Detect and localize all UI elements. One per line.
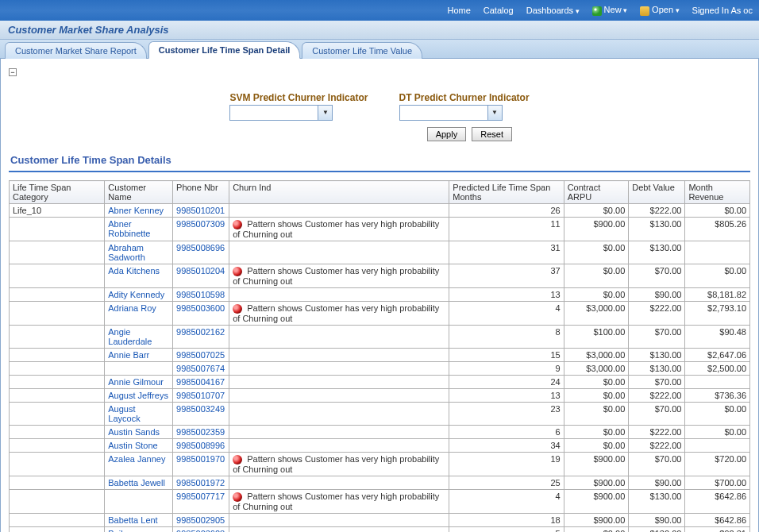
cell-phone[interactable]: 9985008696 — [173, 241, 229, 264]
page-title: Customer Market Share Analysis — [8, 24, 169, 36]
nav-home[interactable]: Home — [447, 6, 470, 15]
col-header[interactable]: Predicted Life Time Span Months — [449, 181, 564, 204]
filter-svm-select[interactable]: ▼ — [229, 105, 333, 121]
table-row: Annie Gilmour998500416724$0.00$70.00 — [10, 376, 750, 389]
col-header[interactable]: Life Time Span Category — [10, 181, 105, 204]
col-header[interactable]: Customer Name — [105, 181, 173, 204]
cell-phone[interactable]: 9985010204 — [173, 264, 229, 288]
cell-customer-name — [105, 362, 173, 376]
cell-revenue — [685, 241, 750, 264]
cell-arpu: $3,000.00 — [564, 349, 629, 362]
cell-customer-name[interactable]: August Jeffreys — [105, 389, 173, 403]
tab-detail[interactable]: Customer Life Time Span Detail — [148, 41, 300, 59]
cell-customer-name[interactable]: August Laycock — [105, 403, 173, 426]
cell-customer-name[interactable]: Abner Robbinette — [105, 218, 173, 241]
cell-phone[interactable]: 9985003249 — [173, 403, 229, 426]
cell-phone[interactable]: 9985003628 — [173, 527, 229, 532]
cell-category — [10, 476, 105, 490]
cell-phone[interactable]: 9985001972 — [173, 476, 229, 490]
cell-churn-ind: Pattern shows Customer has very high pro… — [229, 264, 449, 288]
cell-customer-name[interactable]: Bailey Parkburg — [105, 527, 173, 532]
cell-category — [10, 302, 105, 326]
cell-phone[interactable]: 9985010598 — [173, 288, 229, 302]
col-header[interactable]: Phone Nbr — [173, 181, 229, 204]
cell-phone[interactable]: 9985002162 — [173, 326, 229, 349]
cell-customer-name[interactable]: Babetta Lent — [105, 514, 173, 527]
cell-customer-name[interactable]: Babetta Jewell — [105, 476, 173, 490]
cell-revenue: $700.00 — [685, 476, 750, 490]
cell-phone[interactable]: 9985007674 — [173, 362, 229, 376]
cell-phone[interactable]: 9985002359 — [173, 426, 229, 439]
cell-months: 31 — [449, 241, 564, 264]
cell-category — [10, 453, 105, 476]
cell-months: 24 — [449, 376, 564, 389]
col-header[interactable]: Debt Value — [629, 181, 685, 204]
cell-customer-name[interactable]: Adity Kennedy — [105, 288, 173, 302]
dropdown-icon[interactable]: ▼ — [487, 106, 502, 120]
table-row: Abner Robbinette9985007309Pattern shows … — [10, 218, 750, 241]
dropdown-icon[interactable]: ▼ — [318, 106, 332, 120]
table-row: Angie Lauderdale99850021628$100.00$70.00… — [10, 326, 750, 349]
cell-phone[interactable]: 9985010707 — [173, 389, 229, 403]
cell-customer-name[interactable]: Abraham Sadworth — [105, 241, 173, 264]
nav-dashboards[interactable]: Dashboards — [526, 6, 580, 15]
cell-customer-name[interactable]: Adriana Roy — [105, 302, 173, 326]
reset-button[interactable]: Reset — [472, 127, 512, 141]
cell-debt: $70.00 — [629, 453, 685, 476]
tab-strip: Customer Market Share ReportCustomer Lif… — [0, 40, 759, 59]
cell-phone[interactable]: 9985007025 — [173, 349, 229, 362]
nav-new[interactable]: New — [592, 5, 628, 15]
cell-months: 19 — [449, 453, 564, 476]
cell-phone[interactable]: 9985003600 — [173, 302, 229, 326]
cell-revenue: $92.31 — [685, 527, 750, 532]
cell-revenue: $2,647.06 — [685, 349, 750, 362]
table-row: August Jeffreys998501070713$0.00$222.00$… — [10, 389, 750, 403]
col-header[interactable]: Month Revenue — [685, 181, 750, 204]
cell-category — [10, 241, 105, 264]
cell-revenue — [685, 376, 750, 389]
cell-arpu: $0.00 — [564, 376, 629, 389]
tab-report[interactable]: Customer Market Share Report — [5, 42, 147, 59]
col-header[interactable]: Contract ARPU — [564, 181, 629, 204]
cell-customer-name[interactable]: Austin Stone — [105, 439, 173, 453]
cell-months: 26 — [449, 204, 564, 218]
cell-revenue: $805.26 — [685, 218, 750, 241]
tab-value[interactable]: Customer Life Time Value — [302, 42, 422, 59]
cell-category — [10, 326, 105, 349]
cell-phone[interactable]: 9985001970 — [173, 453, 229, 476]
cell-arpu: $0.00 — [564, 403, 629, 426]
cell-arpu: $900.00 — [564, 453, 629, 476]
cell-revenue: $2,793.10 — [685, 302, 750, 326]
cell-customer-name[interactable]: Austin Sands — [105, 426, 173, 439]
apply-button[interactable]: Apply — [427, 127, 467, 141]
cell-phone[interactable]: 9985007717 — [173, 490, 229, 514]
cell-churn-ind — [229, 326, 449, 349]
cell-arpu: $0.00 — [564, 288, 629, 302]
cell-phone[interactable]: 9985008996 — [173, 439, 229, 453]
cell-revenue: $2,500.00 — [685, 362, 750, 376]
cell-debt: $90.00 — [629, 288, 685, 302]
cell-customer-name[interactable]: Ada Kitchens — [105, 264, 173, 288]
cell-customer-name[interactable]: Annie Gilmour — [105, 376, 173, 389]
cell-customer-name[interactable]: Annie Barr — [105, 349, 173, 362]
nav-open[interactable]: Open — [640, 5, 679, 15]
cell-customer-name[interactable]: Azalea Janney — [105, 453, 173, 476]
nav-signed-in[interactable]: Signed In As oc — [692, 6, 753, 15]
collapse-toggle[interactable]: − — [9, 68, 17, 76]
nav-catalog[interactable]: Catalog — [484, 6, 514, 15]
section-title: Customer Life Time Span Details — [10, 154, 750, 166]
filter-button-row: Apply Reset — [9, 127, 750, 141]
cell-phone[interactable]: 9985002905 — [173, 514, 229, 527]
cell-phone[interactable]: 9985010201 — [173, 204, 229, 218]
cell-customer-name[interactable]: Angie Lauderdale — [105, 326, 173, 349]
cell-phone[interactable]: 9985007309 — [173, 218, 229, 241]
cell-churn-ind — [229, 288, 449, 302]
cell-debt: $70.00 — [629, 403, 685, 426]
cell-phone[interactable]: 9985004167 — [173, 376, 229, 389]
table-body: Life_10Abner Kenney998501020126$0.00$222… — [10, 204, 750, 533]
cell-customer-name[interactable]: Abner Kenney — [105, 204, 173, 218]
filter-dt-select[interactable]: ▼ — [399, 105, 503, 121]
col-header[interactable]: Churn Ind — [229, 181, 449, 204]
table-row: Austin Sands99850023596$0.00$222.00$0.00 — [10, 426, 750, 439]
cell-churn-ind — [229, 426, 449, 439]
